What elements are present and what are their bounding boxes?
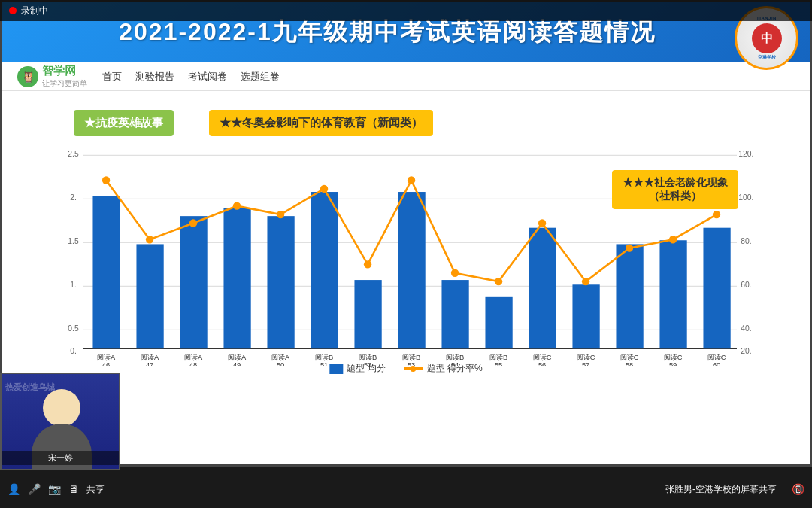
- chart-legend: 题型 均分 题型 得分率%: [329, 362, 482, 375]
- svg-text:阅读C: 阅读C: [620, 354, 639, 361]
- svg-text:58: 58: [626, 361, 633, 366]
- svg-text:0.5: 0.5: [68, 324, 79, 333]
- recording-dot: [9, 7, 17, 14]
- annotation-box-2: ★★冬奥会影响下的体育教育（新闻类）: [209, 110, 433, 136]
- svg-text:1.: 1.: [70, 281, 77, 289]
- svg-text:阅读A: 阅读A: [141, 354, 159, 361]
- svg-text:56: 56: [538, 361, 546, 366]
- nav-bar: 🦉 智学网 让学习更简单 首页 测验报告 考试阅卷 选题组卷: [2, 62, 810, 91]
- nav-item-exam[interactable]: 考试阅卷: [188, 70, 227, 84]
- bottom-bar: 👤 🎤 📷 🖥 共享 张胜男-空港学校的屏幕共享 📵: [0, 470, 812, 508]
- legend-bar: 题型 均分: [329, 362, 385, 375]
- svg-text:1.5: 1.5: [68, 237, 79, 245]
- bar-10: [485, 297, 512, 348]
- bar-14: [659, 240, 686, 348]
- bar-8: [398, 192, 425, 348]
- nav-item-report[interactable]: 测验报告: [135, 70, 174, 84]
- bar-6: [311, 192, 338, 348]
- bar-11: [529, 228, 556, 349]
- svg-text:47: 47: [146, 361, 153, 366]
- speaker-head: [43, 389, 80, 427]
- line-dot-9: [451, 269, 459, 277]
- bar-5: [267, 216, 294, 348]
- svg-text:阅读A: 阅读A: [97, 354, 116, 361]
- svg-text:49: 49: [233, 361, 241, 366]
- share-status: 张胜男-空港学校的屏幕共享: [665, 483, 777, 496]
- share-icon[interactable]: 🖥: [68, 483, 79, 495]
- line-dot-14: [669, 236, 677, 243]
- svg-text:阅读A: 阅读A: [271, 354, 290, 361]
- nav-logo-text: 智学网: [42, 64, 87, 78]
- line-dot-5: [277, 211, 284, 218]
- svg-text:50: 50: [277, 361, 284, 366]
- annotation-box-3: ★★★社会老龄化现象（社科类）: [612, 170, 738, 209]
- svg-text:80.: 80.: [741, 237, 751, 245]
- user-icon: 👤: [8, 483, 20, 495]
- svg-text:阅读A: 阅读A: [184, 354, 203, 361]
- school-logo-emblem: 中: [752, 23, 782, 53]
- legend-bar-label: 题型 均分: [347, 362, 385, 375]
- legend-line-rect: [404, 367, 423, 370]
- svg-text:阅读C: 阅读C: [533, 354, 552, 361]
- legend-line: 题型 得分率%: [404, 362, 483, 375]
- svg-text:51: 51: [320, 361, 328, 366]
- share-label: 共享: [86, 483, 105, 496]
- svg-text:阅读C: 阅读C: [577, 354, 595, 361]
- nav-logo: 🦉 智学网 让学习更简单: [17, 64, 87, 89]
- svg-text:0.: 0.: [70, 347, 77, 355]
- svg-text:100.: 100.: [738, 193, 753, 202]
- nav-items: 首页 测验报告 考试阅卷 选题组卷: [102, 70, 280, 84]
- svg-text:46: 46: [102, 361, 110, 366]
- bar-12: [572, 284, 599, 348]
- line-dot-1: [102, 176, 110, 184]
- line-dot-2: [146, 236, 153, 243]
- recording-label: 录制中: [21, 5, 48, 17]
- bar-7: [354, 280, 381, 348]
- line-dot-13: [626, 244, 633, 251]
- line-dot-6: [320, 185, 328, 193]
- bar-3: [180, 216, 207, 348]
- legend-line-label: 题型 得分率%: [427, 362, 483, 375]
- svg-text:57: 57: [582, 361, 589, 366]
- slide-title: 2021-2022-1九年级期中考试英语阅读答题情况: [119, 18, 655, 45]
- svg-text:阅读B: 阅读B: [446, 354, 464, 361]
- line-dot-11: [538, 219, 546, 227]
- svg-text:60: 60: [713, 361, 720, 366]
- recording-bar: 录制中: [0, 0, 812, 21]
- svg-text:阅读B: 阅读B: [402, 354, 420, 361]
- bar-4: [223, 208, 250, 348]
- svg-text:2.: 2.: [70, 193, 77, 202]
- end-icon[interactable]: 📵: [792, 483, 804, 495]
- svg-text:20.: 20.: [741, 347, 751, 355]
- svg-text:阅读A: 阅读A: [228, 354, 247, 361]
- bar-2: [136, 244, 163, 348]
- svg-text:40.: 40.: [741, 324, 751, 333]
- svg-text:阅读B: 阅读B: [315, 354, 333, 361]
- nav-item-home[interactable]: 首页: [102, 70, 122, 84]
- bar-15: [703, 228, 730, 349]
- svg-text:60.: 60.: [741, 281, 751, 289]
- line-dot-10: [495, 278, 502, 285]
- line-dot-15: [713, 211, 720, 218]
- main-screen: 2021-2022-1九年级期中考试英语阅读答题情况 TIANJIN 中 空港学…: [0, 0, 812, 467]
- svg-text:59: 59: [669, 361, 677, 366]
- svg-text:48: 48: [189, 361, 197, 366]
- svg-text:2.5: 2.5: [68, 150, 79, 158]
- annotation-box-1: ★抗疫英雄故事: [74, 110, 174, 136]
- svg-text:55: 55: [495, 361, 502, 366]
- svg-text:阅读B: 阅读B: [489, 354, 508, 361]
- legend-bar-rect: [329, 364, 343, 374]
- speaker-video: 正在讲话: 宋一婷; 热爱创造乌城 宋一婷: [0, 373, 120, 470]
- mic-icon[interactable]: 🎤: [28, 483, 41, 495]
- nav-logo-icon: 🦉: [17, 66, 38, 87]
- nav-item-select[interactable]: 选题组卷: [241, 70, 280, 84]
- line-dot-8: [408, 176, 415, 184]
- speaker-name: 宋一婷: [2, 451, 119, 465]
- svg-text:阅读C: 阅读C: [664, 354, 683, 361]
- line-dot-7: [364, 260, 371, 268]
- nav-logo-sub: 让学习更简单: [42, 78, 87, 89]
- camera-icon[interactable]: 📷: [48, 483, 61, 495]
- line-dot-4: [233, 202, 241, 210]
- svg-text:120.: 120.: [738, 150, 753, 158]
- svg-text:阅读C: 阅读C: [707, 354, 726, 361]
